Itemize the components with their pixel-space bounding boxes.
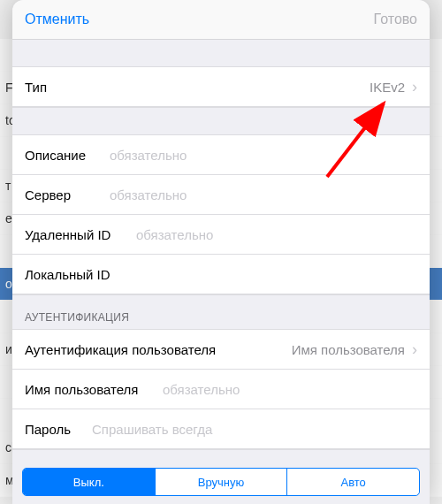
username-row[interactable]: Имя пользователя [12, 369, 430, 409]
type-label: Тип [25, 80, 47, 95]
username-input[interactable] [161, 381, 417, 398]
chevron-right-icon: › [412, 341, 417, 357]
user-auth-label: Аутентификация пользователя [25, 342, 216, 357]
remote-id-label: Удаленный ID [25, 227, 122, 242]
proxy-auto-segment[interactable]: Авто [287, 469, 419, 495]
vpn-config-modal: Отменить Готово Тип IKEv2 › Описание Сер… [12, 0, 430, 504]
local-id-label: Локальный ID [25, 267, 110, 282]
username-label: Имя пользователя [25, 382, 149, 397]
server-label: Сервер [25, 187, 95, 202]
remote-id-row[interactable]: Удаленный ID [12, 214, 430, 254]
cancel-button[interactable]: Отменить [25, 11, 89, 27]
proxy-off-segment[interactable]: Выкл. [23, 469, 156, 495]
user-auth-value: Имя пользователя [292, 342, 405, 357]
description-row[interactable]: Описание [12, 134, 430, 174]
done-button[interactable]: Готово [374, 11, 417, 27]
user-auth-row[interactable]: Аутентификация пользователя Имя пользова… [12, 329, 430, 369]
type-value: IKEv2 [370, 80, 405, 95]
local-id-input[interactable] [123, 266, 417, 283]
remote-id-input[interactable] [134, 226, 417, 243]
server-row[interactable]: Сервер [12, 174, 430, 214]
proxy-segmented-control[interactable]: Выкл. Вручную Авто [22, 468, 420, 496]
password-input[interactable] [90, 421, 417, 438]
local-id-row[interactable]: Локальный ID [12, 254, 430, 294]
modal-header: Отменить Готово [12, 0, 430, 40]
password-row[interactable]: Пароль [12, 409, 430, 449]
type-row[interactable]: Тип IKEv2 › [12, 66, 430, 107]
chevron-right-icon: › [412, 79, 417, 95]
password-label: Пароль [25, 422, 78, 437]
auth-section-header: Аутентификация [12, 295, 430, 329]
server-input[interactable] [108, 187, 417, 203]
description-input[interactable] [108, 147, 417, 164]
description-label: Описание [25, 148, 95, 163]
proxy-manual-segment[interactable]: Вручную [156, 469, 288, 495]
